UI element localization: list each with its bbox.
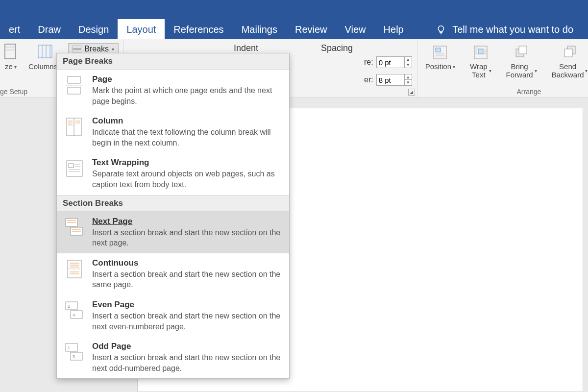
group-label-arrange: Arrange xyxy=(517,88,541,97)
lightbulb-icon xyxy=(436,24,446,35)
svg-text:2: 2 xyxy=(68,304,70,309)
break-option-text-wrapping[interactable]: Text Wrapping Separate text around objec… xyxy=(57,153,289,195)
tab-review[interactable]: Review xyxy=(286,19,336,39)
svg-rect-5 xyxy=(73,46,81,49)
wrap-text-icon xyxy=(472,44,489,61)
dropdown-header-section-breaks: Section Breaks xyxy=(57,195,289,212)
tab-insert[interactable]: ert xyxy=(0,19,29,39)
odd-page-section-icon: 13 xyxy=(64,342,85,363)
breaks-icon xyxy=(73,46,81,52)
break-option-desc: Insert a section break and start the new… xyxy=(92,269,281,290)
spacing-after-label: er: xyxy=(364,75,373,84)
chevron-down-icon: ▾ xyxy=(585,68,588,74)
svg-rect-21 xyxy=(69,164,74,168)
section-break-odd-page[interactable]: 13 Odd Page Insert a section break and s… xyxy=(57,337,289,378)
break-option-title: Even Page xyxy=(92,300,281,310)
group-arrange: Position▾ WrapText▾ BringForward▾ SendBa… xyxy=(417,41,588,98)
spacing-before-field[interactable]: ▲▼ xyxy=(376,56,412,68)
even-page-section-icon: 24 xyxy=(64,300,85,321)
spinner-up-icon[interactable]: ▲ xyxy=(405,57,412,62)
tab-mailings[interactable]: Mailings xyxy=(233,19,286,39)
spinner-down-icon[interactable]: ▼ xyxy=(405,80,412,85)
dropdown-header-page-breaks: Page Breaks xyxy=(57,53,289,70)
tab-bar: ert Draw Design Layout References Mailin… xyxy=(0,0,588,39)
break-option-title: Next Page xyxy=(92,217,281,226)
tab-design[interactable]: Design xyxy=(70,19,118,39)
position-icon xyxy=(432,44,448,61)
break-option-desc: Insert a section break and start the new… xyxy=(92,311,281,332)
break-option-desc: Insert a section break and start the new… xyxy=(92,352,281,373)
wrap-text-button[interactable]: WrapText▾ xyxy=(467,43,494,80)
spacing-heading: Spacing xyxy=(319,42,353,54)
next-page-section-icon xyxy=(64,217,85,238)
breaks-dropdown: Page Breaks Page Mark the point at which… xyxy=(56,53,290,379)
tab-view[interactable]: View xyxy=(336,19,375,39)
section-break-continuous[interactable]: Continuous Insert a section break and st… xyxy=(57,253,289,295)
svg-text:3: 3 xyxy=(73,354,75,359)
svg-rect-12 xyxy=(519,46,527,54)
svg-rect-0 xyxy=(5,44,16,59)
spacing-before-input[interactable] xyxy=(377,57,404,68)
chevron-down-icon: ▾ xyxy=(535,68,537,74)
chevron-down-icon: ▾ xyxy=(112,47,114,52)
spacing-before-label: re: xyxy=(364,58,373,67)
tab-draw[interactable]: Draw xyxy=(29,19,70,39)
break-option-desc: Mark the point at which one page ends an… xyxy=(92,85,281,106)
page-size-icon xyxy=(3,43,19,61)
break-option-column[interactable]: Column Indicate that the text following … xyxy=(57,111,289,153)
dialog-launcher-paragraph[interactable]: ◢ xyxy=(408,89,415,96)
columns-icon xyxy=(37,43,53,61)
svg-rect-16 xyxy=(68,76,80,83)
break-option-title: Odd Page xyxy=(92,342,281,351)
tab-references[interactable]: References xyxy=(165,19,232,39)
svg-rect-20 xyxy=(67,161,82,176)
svg-rect-17 xyxy=(68,87,80,94)
svg-rect-6 xyxy=(73,49,81,52)
spacing-after-input[interactable] xyxy=(377,74,404,85)
break-option-desc: Separate text around objects on web page… xyxy=(92,169,281,190)
spinner-down-icon[interactable]: ▼ xyxy=(405,62,412,68)
chevron-down-icon: ▾ xyxy=(453,64,455,70)
break-option-title: Page xyxy=(92,74,281,84)
position-button[interactable]: Position▾ xyxy=(422,43,458,72)
column-break-icon xyxy=(64,116,85,138)
svg-rect-14 xyxy=(564,49,572,57)
send-backward-button[interactable]: SendBackward▾ xyxy=(549,43,588,80)
tell-me-search[interactable]: Tell me what you want to do xyxy=(436,24,573,35)
spacing-after-field[interactable]: ▲▼ xyxy=(376,74,412,86)
tab-layout[interactable]: Layout xyxy=(118,19,165,39)
break-option-title: Text Wrapping xyxy=(92,158,281,168)
break-option-title: Continuous xyxy=(92,258,281,268)
spinner-up-icon[interactable]: ▲ xyxy=(405,74,412,80)
chevron-down-icon: ▾ xyxy=(489,68,491,74)
text-wrapping-break-icon xyxy=(64,158,85,179)
svg-rect-10 xyxy=(478,49,483,54)
svg-rect-8 xyxy=(436,48,441,52)
svg-text:4: 4 xyxy=(73,313,75,318)
size-button[interactable]: ze▾ xyxy=(0,42,22,72)
break-option-title: Column xyxy=(92,116,281,126)
page-break-icon xyxy=(64,74,85,96)
section-break-even-page[interactable]: 24 Even Page Insert a section break and … xyxy=(57,295,289,337)
tell-me-placeholder: Tell me what you want to do xyxy=(452,24,573,35)
svg-text:1: 1 xyxy=(68,345,70,350)
continuous-section-icon xyxy=(64,258,85,280)
break-option-page[interactable]: Page Mark the point at which one page en… xyxy=(57,70,289,111)
break-option-desc: Indicate that the text following the col… xyxy=(92,127,281,148)
chevron-down-icon: ▾ xyxy=(14,64,17,70)
bring-forward-icon xyxy=(513,44,530,61)
break-option-desc: Insert a section break and start the new… xyxy=(92,227,281,248)
bring-forward-button[interactable]: BringForward▾ xyxy=(503,43,540,80)
tab-help[interactable]: Help xyxy=(375,19,413,39)
send-backward-icon xyxy=(562,44,578,61)
section-break-next-page[interactable]: Next Page Insert a section break and sta… xyxy=(57,212,289,253)
group-label-page-setup: ge Setup xyxy=(0,88,27,97)
